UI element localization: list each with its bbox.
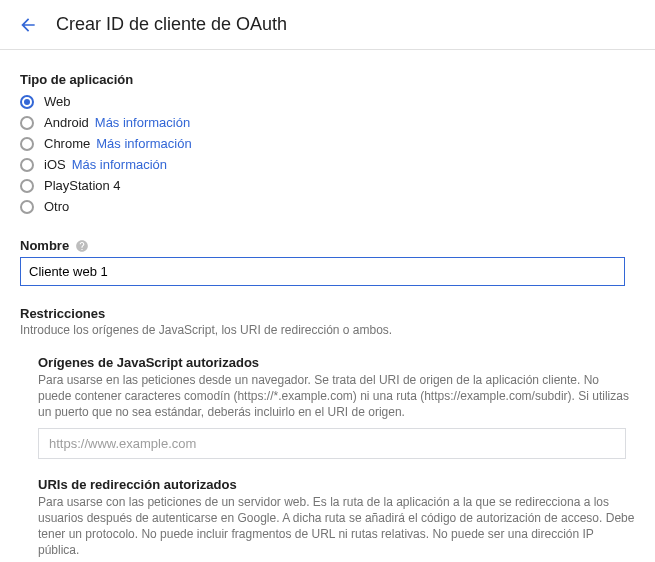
radio-web[interactable] xyxy=(20,95,34,109)
radio-label-other: Otro xyxy=(44,198,69,216)
radio-item-android[interactable]: Android Más información xyxy=(20,114,635,132)
help-icon[interactable] xyxy=(75,239,89,253)
radio-label-android: Android xyxy=(44,114,89,132)
restrictions-section: Restricciones Introduce los orígenes de … xyxy=(20,306,635,562)
radio-label-chrome: Chrome xyxy=(44,135,90,153)
page-title: Crear ID de cliente de OAuth xyxy=(56,14,287,35)
redirect-uris-section: URIs de redirección autorizados Para usa… xyxy=(20,477,635,562)
name-label-row: Nombre xyxy=(20,238,635,253)
radio-label-ios: iOS xyxy=(44,156,66,174)
name-label: Nombre xyxy=(20,238,69,253)
info-link-ios[interactable]: Más información xyxy=(72,156,167,174)
js-origins-section: Orígenes de JavaScript autorizados Para … xyxy=(20,355,635,459)
app-type-label: Tipo de aplicación xyxy=(20,72,635,87)
radio-label-playstation: PlayStation 4 xyxy=(44,177,121,195)
radio-item-playstation[interactable]: PlayStation 4 xyxy=(20,177,635,195)
info-link-android[interactable]: Más información xyxy=(95,114,190,132)
radio-item-chrome[interactable]: Chrome Más información xyxy=(20,135,635,153)
radio-item-ios[interactable]: iOS Más información xyxy=(20,156,635,174)
app-type-section: Tipo de aplicación Web Android Más infor… xyxy=(20,72,635,216)
name-input[interactable] xyxy=(20,257,625,286)
radio-label-web: Web xyxy=(44,93,71,111)
content-area: Tipo de aplicación Web Android Más infor… xyxy=(0,50,655,562)
redirect-uris-title: URIs de redirección autorizados xyxy=(38,477,635,492)
info-link-chrome[interactable]: Más información xyxy=(96,135,191,153)
radio-item-web[interactable]: Web xyxy=(20,93,635,111)
radio-ios[interactable] xyxy=(20,158,34,172)
redirect-uris-desc: Para usarse con las peticiones de un ser… xyxy=(38,494,635,558)
js-origins-desc: Para usarse en las peticiones desde un n… xyxy=(38,372,635,420)
restrictions-title: Restricciones xyxy=(20,306,635,321)
radio-android[interactable] xyxy=(20,116,34,130)
radio-chrome[interactable] xyxy=(20,137,34,151)
back-arrow-icon[interactable] xyxy=(18,15,38,35)
js-origins-title: Orígenes de JavaScript autorizados xyxy=(38,355,635,370)
radio-playstation[interactable] xyxy=(20,179,34,193)
js-origins-input[interactable] xyxy=(38,428,626,459)
name-section: Nombre xyxy=(20,238,635,286)
radio-other[interactable] xyxy=(20,200,34,214)
radio-item-other[interactable]: Otro xyxy=(20,198,635,216)
page-header: Crear ID de cliente de OAuth xyxy=(0,0,655,50)
restrictions-desc: Introduce los orígenes de JavaScript, lo… xyxy=(20,323,635,337)
